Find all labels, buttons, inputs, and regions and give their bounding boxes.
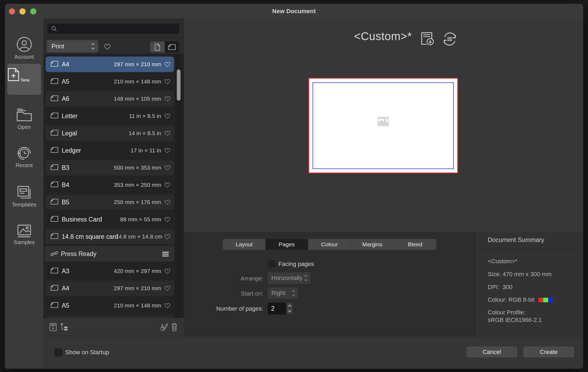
- favourite-heart-icon[interactable]: [164, 268, 171, 274]
- preset-row[interactable]: 14.8 cm square card 14.8 cm × 14.8 cm: [46, 229, 174, 244]
- create-button[interactable]: Create: [523, 346, 574, 357]
- landscape-page-icon: [50, 302, 58, 308]
- search-input[interactable]: [47, 23, 179, 34]
- preset-list[interactable]: A4 297 mm × 210 mm A5 210 mm × 148 mm A6…: [43, 54, 184, 318]
- preset-name: A4: [62, 57, 69, 72]
- favourite-heart-icon[interactable]: [164, 199, 171, 205]
- preset-name: A3: [62, 263, 69, 279]
- arrange-dropdown[interactable]: Horizontally: [268, 272, 310, 284]
- category-dropdown[interactable]: Print: [47, 40, 98, 52]
- favourite-heart-icon[interactable]: [164, 216, 171, 222]
- stepper-down-button[interactable]: [287, 309, 293, 314]
- sidebar-item-new[interactable]: New: [7, 64, 41, 95]
- green-swatch: [543, 298, 548, 302]
- summary-profile-label: Colour Profile:: [488, 309, 525, 316]
- landscape-toggle-button[interactable]: [165, 41, 179, 52]
- start-on-dropdown[interactable]: Right: [268, 287, 298, 299]
- preset-size: 500 mm × 353 mm: [114, 160, 161, 176]
- summary-name: <Custom>*: [488, 258, 517, 265]
- preset-row[interactable]: A4 297 mm × 210 mm: [46, 280, 174, 296]
- preset-name: A6: [62, 91, 69, 107]
- summary-dpi: DPI: 300: [488, 284, 513, 291]
- stepper-up-button[interactable]: [287, 303, 293, 308]
- chevron-updown-icon: [304, 274, 308, 282]
- favourite-heart-icon[interactable]: [164, 61, 171, 67]
- add-category-icon[interactable]: [60, 323, 69, 331]
- tab-layout[interactable]: Layout: [223, 239, 265, 250]
- tab-colour[interactable]: Colour: [308, 239, 351, 250]
- preset-row-partial[interactable]: [46, 315, 174, 318]
- start-on-label: Start on:: [193, 290, 263, 297]
- favourite-heart-icon[interactable]: [164, 285, 171, 291]
- show-on-startup-checkbox[interactable]: [54, 348, 62, 356]
- preset-toolbar: [43, 318, 184, 336]
- dialog-footer: Show on Startup Cancel Create: [43, 336, 583, 369]
- tab-margins[interactable]: Margins: [351, 239, 393, 250]
- preset-name: Ledger: [62, 143, 81, 158]
- preset-row[interactable]: Letter 11 in × 8.5 in: [46, 108, 174, 124]
- facing-pages-checkbox[interactable]: [269, 260, 276, 268]
- preset-row[interactable]: A5 210 mm × 148 mm: [46, 74, 174, 89]
- divider: [478, 248, 583, 248]
- hamburger-menu-icon[interactable]: [162, 251, 169, 257]
- sidebar-item-samples[interactable]: Samples: [5, 224, 43, 245]
- cancel-button[interactable]: Cancel: [466, 346, 517, 357]
- preset-row[interactable]: Ledger 17 in × 11 in: [46, 143, 174, 158]
- preset-name: 14.8 cm square card: [62, 229, 118, 244]
- preset-row[interactable]: A4 297 mm × 210 mm: [46, 57, 174, 72]
- title-bar[interactable]: New Document: [5, 4, 583, 19]
- preset-row[interactable]: B3 500 mm × 353 mm: [46, 160, 174, 176]
- favourites-filter-heart-icon[interactable]: [103, 43, 111, 50]
- favourite-heart-icon[interactable]: [164, 78, 171, 85]
- preset-row[interactable]: A3 420 mm × 297 mm: [46, 263, 174, 279]
- landscape-page-icon: [168, 44, 176, 50]
- landscape-page-icon: [50, 164, 58, 170]
- preset-name: A5: [62, 74, 69, 89]
- sidebar-item-account[interactable]: Account: [5, 36, 43, 60]
- favourite-heart-icon[interactable]: [164, 95, 171, 102]
- sync-presets-icon[interactable]: [442, 33, 457, 45]
- facing-pages-label: Facing pages: [278, 260, 314, 268]
- preset-row[interactable]: B5 250 mm × 176 mm: [46, 194, 174, 210]
- number-of-pages-input[interactable]: 2: [268, 303, 286, 314]
- preset-row[interactable]: Business Card 88 mm × 55 mm: [46, 212, 174, 227]
- preset-name: A5: [62, 298, 69, 313]
- orientation-toggle: [150, 41, 179, 52]
- preview-area: <Custom>*: [184, 19, 583, 232]
- show-on-startup-label: Show on Startup: [65, 348, 109, 356]
- rename-preset-icon[interactable]: [160, 323, 168, 331]
- delete-preset-icon[interactable]: [171, 323, 178, 331]
- chevron-updown-icon: [292, 289, 295, 297]
- favourite-heart-icon[interactable]: [164, 233, 171, 240]
- favourite-heart-icon[interactable]: [164, 147, 171, 153]
- preset-row[interactable]: A6 148 mm × 105 mm: [46, 91, 174, 107]
- portrait-toggle-button[interactable]: [150, 41, 165, 52]
- favourite-heart-icon[interactable]: [164, 302, 171, 308]
- landscape-page-icon: [50, 112, 58, 119]
- preset-name: Legal: [62, 125, 77, 141]
- category-value: Print: [51, 40, 64, 52]
- save-preset-icon[interactable]: [420, 31, 434, 45]
- preset-row[interactable]: B4 353 mm × 250 mm: [46, 177, 174, 193]
- preset-row[interactable]: A5 210 mm × 148 mm: [46, 298, 174, 313]
- add-preset-icon[interactable]: [49, 323, 57, 331]
- favourite-heart-icon[interactable]: [164, 164, 171, 171]
- tab-pages[interactable]: Pages: [265, 239, 308, 250]
- favourite-heart-icon[interactable]: [164, 130, 171, 136]
- sidebar-item-label: Open: [5, 124, 43, 130]
- favourite-heart-icon[interactable]: [164, 181, 171, 188]
- sidebar-item-templates[interactable]: Templates: [5, 185, 43, 208]
- tab-bleed[interactable]: Bleed: [393, 239, 436, 250]
- preset-group-header[interactable]: Press Ready: [45, 246, 174, 262]
- sidebar-item-recent[interactable]: Recent: [5, 146, 43, 169]
- landscape-page-icon: [50, 233, 58, 239]
- preset-row[interactable]: Legal 14 in × 8.5 in: [46, 125, 174, 141]
- page-preview-bleed: [308, 78, 458, 173]
- preset-size: 14 in × 8.5 in: [129, 125, 161, 141]
- favourite-heart-icon[interactable]: [164, 113, 171, 119]
- preset-size: 250 mm × 176 mm: [114, 194, 161, 210]
- scrollbar-thumb[interactable]: [177, 69, 181, 101]
- new-document-icon: [7, 68, 20, 82]
- preset-size: 210 mm × 148 mm: [114, 298, 161, 313]
- sidebar-item-open[interactable]: Open: [5, 107, 43, 130]
